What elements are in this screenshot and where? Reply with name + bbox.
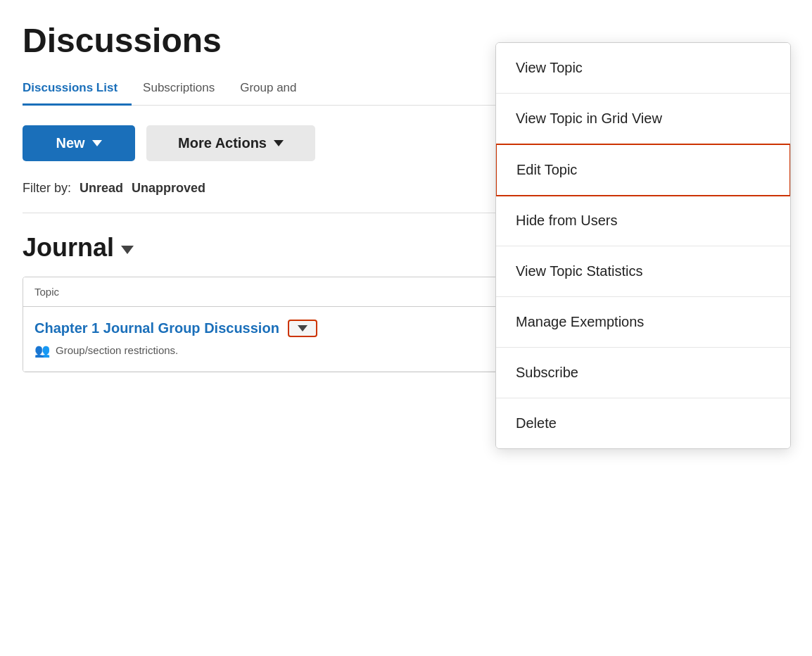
new-button[interactable]: New [23, 125, 135, 161]
tab-group-and[interactable]: Group and [240, 74, 310, 106]
filter-chip-unapproved[interactable]: Unapproved [132, 181, 205, 196]
more-actions-chevron-icon [274, 140, 284, 146]
tab-discussions-list[interactable]: Discussions List [23, 74, 132, 106]
journal-chevron-icon[interactable] [121, 246, 134, 254]
filter-chip-unread[interactable]: Unread [80, 181, 123, 196]
topic-link[interactable]: Chapter 1 Journal Group Discussion [34, 320, 279, 336]
journal-title: Journal [23, 233, 114, 263]
tab-subscriptions[interactable]: Subscriptions [143, 74, 229, 106]
dropdown-item-hide-from-users[interactable]: Hide from Users [496, 196, 790, 246]
group-icon: 👥 [34, 343, 50, 358]
dropdown-item-edit-topic[interactable]: Edit Topic [495, 144, 791, 196]
filter-by-label: Filter by: [23, 181, 71, 196]
dropdown-item-view-topic-grid[interactable]: View Topic in Grid View [496, 94, 790, 144]
group-restriction-text: Group/section restrictions. [56, 344, 178, 356]
dropdown-item-delete[interactable]: Delete [496, 398, 790, 448]
topic-action-chevron-button[interactable] [288, 320, 317, 337]
dropdown-item-subscribe[interactable]: Subscribe [496, 348, 790, 398]
topic-chevron-icon [298, 325, 307, 332]
dropdown-item-view-topic[interactable]: View Topic [496, 43, 790, 94]
new-chevron-icon [92, 140, 102, 146]
more-actions-button[interactable]: More Actions [146, 125, 315, 161]
new-button-label: New [56, 135, 84, 151]
more-actions-label: More Actions [178, 135, 267, 151]
dropdown-item-manage-exemptions[interactable]: Manage Exemptions [496, 297, 790, 348]
context-dropdown-menu: View Topic View Topic in Grid View Edit … [495, 42, 791, 449]
dropdown-item-view-topic-stats[interactable]: View Topic Statistics [496, 246, 790, 297]
